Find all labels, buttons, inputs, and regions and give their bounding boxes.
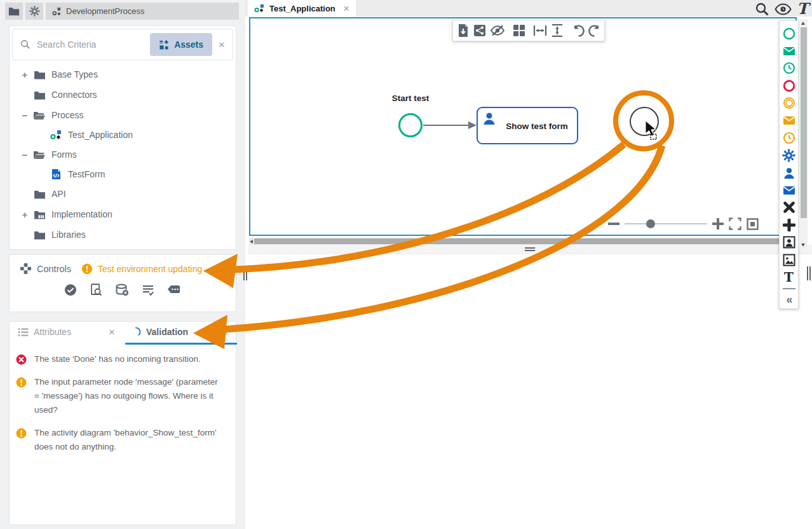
start-event-tool[interactable] — [781, 25, 797, 42]
scroll-left-icon[interactable] — [250, 240, 253, 244]
database-error-icon[interactable] — [115, 284, 129, 298]
project-name: DevelopmentProcess — [66, 6, 145, 16]
service-task-tool[interactable] — [781, 147, 797, 164]
close-tab-icon[interactable]: × — [222, 327, 228, 338]
panel-splitter-handle[interactable] — [242, 266, 248, 280]
watch-icon[interactable] — [775, 3, 792, 15]
share-icon[interactable] — [473, 24, 486, 37]
task-node-show-test-form[interactable]: Show test form — [477, 107, 578, 144]
validation-message[interactable]: The activity diagram 'behavior_Show_test… — [10, 422, 236, 458]
tab-attributes[interactable]: Attributes × — [10, 322, 123, 342]
scroll-up-icon[interactable] — [801, 22, 805, 25]
undo-icon[interactable] — [571, 24, 585, 37]
validation-spinner-icon — [131, 327, 141, 337]
warning-icon — [16, 428, 27, 439]
tree-item-test-application[interactable]: Test_Application — [10, 125, 236, 144]
tree-item-testform[interactable]: TestForm — [10, 165, 236, 184]
open-project-button[interactable] — [5, 3, 23, 20]
tree-item-libraries[interactable]: Libraries — [10, 224, 236, 245]
tree-item-forms[interactable]: − Forms — [10, 144, 236, 165]
controls-icon — [20, 263, 32, 275]
tab-label: Attributes — [34, 327, 71, 337]
tab-validation[interactable]: Validation × — [123, 322, 236, 342]
text-tool-icon[interactable]: T — [797, 1, 808, 17]
environment-status-text: Test environment updating — [98, 264, 202, 274]
right-splitter-handle[interactable] — [806, 266, 811, 280]
close-tab-icon[interactable]: × — [343, 3, 349, 14]
tree-item-connectors[interactable]: Connectors — [10, 85, 236, 105]
start-node[interactable] — [398, 113, 423, 137]
scrollbar-thumb[interactable] — [254, 238, 792, 244]
export-icon[interactable] — [457, 24, 470, 38]
tree-item-process[interactable]: − Process — [10, 105, 236, 125]
end-node[interactable] — [630, 107, 659, 136]
list-check-icon[interactable] — [142, 284, 154, 298]
zoom-slider-handle[interactable] — [646, 219, 655, 228]
intermediate-event-tool[interactable] — [781, 95, 797, 112]
zoom-out-button[interactable] — [608, 223, 619, 225]
message-start-event-tool[interactable] — [781, 42, 797, 59]
image-tool[interactable] — [781, 251, 797, 268]
collapse-icon[interactable]: − — [18, 149, 31, 160]
clear-search-button[interactable]: × — [219, 39, 225, 50]
timer-start-event-tool[interactable] — [781, 60, 797, 77]
tree-item-api[interactable]: API — [10, 184, 236, 204]
tag-ellipsis-icon[interactable] — [167, 284, 181, 298]
exclusive-gateway-tool[interactable] — [781, 199, 797, 216]
parallel-gateway-tool[interactable] — [781, 216, 797, 233]
zoom-in-button[interactable] — [712, 218, 724, 230]
assets-icon — [159, 39, 170, 50]
validation-message[interactable]: The state 'Done' has no incoming transit… — [10, 348, 236, 371]
hide-icon[interactable] — [490, 24, 505, 37]
canvas-splitter[interactable] — [248, 245, 812, 254]
fullscreen-icon[interactable] — [729, 217, 741, 230]
user-task-tool[interactable] — [781, 164, 797, 181]
collapse-icon[interactable]: − — [18, 110, 31, 121]
close-tab-icon[interactable]: × — [109, 327, 115, 338]
scroll-down-icon[interactable] — [801, 244, 805, 247]
tree-item-implementation[interactable]: + Implementation — [10, 204, 236, 224]
assets-filter-button[interactable]: Assets — [150, 33, 212, 56]
tree-item-label: Connectors — [51, 90, 97, 100]
document-search-icon[interactable] — [90, 284, 102, 298]
timer-intermediate-event-tool[interactable] — [781, 129, 797, 146]
vertical-spacing-icon[interactable] — [551, 24, 564, 38]
send-task-tool[interactable] — [781, 181, 797, 198]
message-intermediate-event-tool[interactable] — [781, 112, 797, 129]
active-tab-indicator — [125, 343, 237, 345]
tree-item-base-types[interactable]: + Base Types — [10, 64, 236, 85]
inspector-card: Attributes × Validation × The state 'Don… — [9, 321, 236, 525]
expand-icon[interactable]: + — [18, 69, 31, 80]
global-search-icon[interactable] — [755, 2, 769, 17]
text-tool[interactable]: T — [781, 268, 797, 285]
end-event-tool[interactable] — [781, 77, 797, 94]
canvas-splitter-handle[interactable] — [522, 246, 538, 252]
tree-item-label: Forms — [51, 149, 77, 160]
expand-icon[interactable]: + — [18, 209, 31, 220]
current-project-button[interactable]: DevelopmentProcess — [46, 3, 239, 20]
folder-icon — [34, 189, 46, 199]
redo-icon[interactable] — [588, 24, 602, 37]
canvas-horizontal-scrollbar[interactable] — [249, 238, 798, 245]
transition-connector[interactable] — [423, 119, 480, 132]
search-box[interactable]: Search Criteria Assets × — [12, 29, 233, 60]
validation-message-text: The state 'Done' has no incoming transit… — [34, 352, 201, 366]
collapse-palette-button[interactable]: « — [781, 291, 797, 308]
search-input[interactable]: Search Criteria — [37, 39, 144, 50]
tab-test-application[interactable]: Test_Application × — [248, 0, 356, 17]
fit-to-screen-icon[interactable] — [747, 218, 759, 230]
zoom-slider[interactable] — [625, 223, 707, 224]
canvas-vertical-scrollbar[interactable] — [799, 19, 808, 249]
error-icon — [16, 354, 27, 365]
scrollbar-thumb[interactable] — [801, 27, 807, 218]
grid-layout-icon[interactable] — [513, 24, 525, 37]
portrait-image-tool[interactable] — [781, 234, 797, 251]
lower-editor-pane — [248, 254, 812, 529]
tree-item-label: Implementation — [51, 209, 112, 219]
settings-button[interactable] — [25, 3, 43, 20]
validation-message[interactable]: The input parameter node 'message' (para… — [10, 371, 236, 422]
process-diagram-icon — [254, 4, 264, 13]
horizontal-spacing-icon[interactable] — [533, 24, 547, 37]
shape-palette: T « — [779, 20, 799, 309]
check-circle-icon[interactable] — [64, 284, 77, 298]
